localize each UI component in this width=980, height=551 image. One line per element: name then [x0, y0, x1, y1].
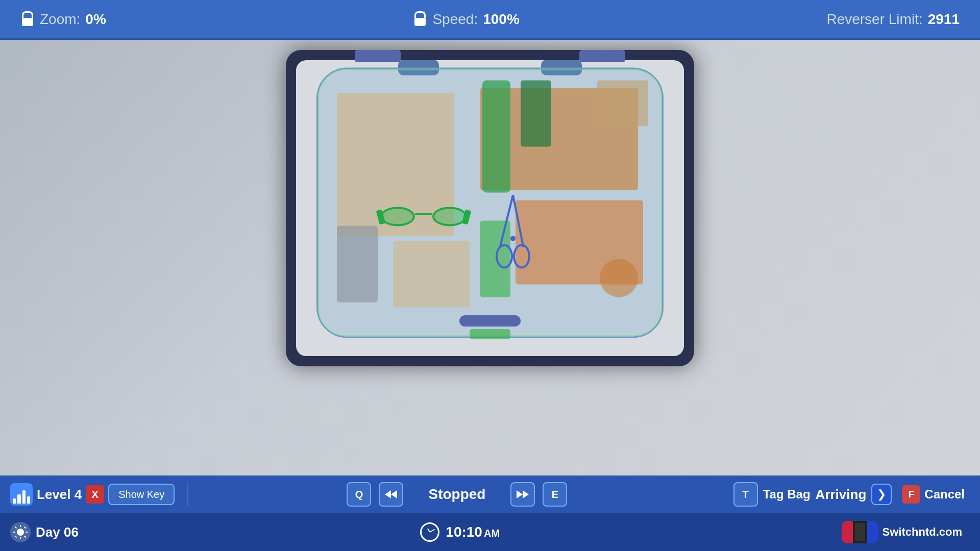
xray-item-green-bottle-tall	[482, 80, 510, 192]
switch-brand-text: Switchntd.com	[883, 525, 962, 539]
switch-left-joycon	[842, 521, 853, 543]
xray-item-dark-green-top	[521, 80, 551, 146]
level-section: Level 4 X Show Key	[0, 475, 185, 513]
scanner-screen	[296, 60, 684, 356]
level-text: Level 4	[37, 487, 82, 503]
svg-point-9	[17, 529, 24, 536]
level-bar-1	[13, 498, 16, 504]
time-value: 10:10	[446, 524, 482, 540]
zoom-lock-icon	[20, 11, 35, 28]
bottom-top-row: Level 4 X Show Key Q Stopped	[0, 475, 980, 513]
xray-item-glasses	[378, 203, 470, 231]
glasses-frame	[378, 203, 470, 231]
xray-scanner-view	[0, 40, 980, 475]
clock-hand-minute	[430, 529, 435, 533]
divider-1	[187, 483, 188, 506]
clock-section: 10:10AM	[79, 522, 842, 542]
show-key-button[interactable]: Show Key	[108, 484, 175, 505]
glasses-bridge	[415, 213, 432, 215]
q-button[interactable]: Q	[347, 482, 371, 507]
conveyor-top-handle-right	[579, 50, 625, 62]
day-section: Day 06	[10, 522, 79, 542]
conveyor-green-item	[470, 329, 510, 339]
level-chart-icon	[10, 483, 33, 506]
tag-bag-section: T Tag Bag	[733, 482, 811, 507]
speed-label: Speed:	[432, 11, 478, 28]
bag-xray-display	[316, 67, 664, 338]
level-bar-4	[27, 496, 30, 504]
clock-icon	[420, 522, 439, 542]
conveyor-top-handle-left	[355, 50, 401, 62]
switch-logo	[842, 521, 878, 543]
glasses-lens-left	[380, 207, 415, 226]
arriving-label: Arriving	[816, 487, 867, 503]
xray-item-orange-circle	[600, 259, 638, 297]
time-display: 10:10AM	[446, 524, 500, 540]
screen-container: Zoom: 0% Speed: 100% Reverser Limit: 291…	[0, 0, 980, 551]
svg-line-15	[24, 536, 26, 538]
reverser-display: Reverser Limit: 2911	[826, 11, 960, 28]
switch-body	[853, 521, 867, 543]
right-controls: T Tag Bag Arriving ❯ F Cancel	[723, 475, 980, 513]
reverser-value: 2911	[928, 11, 960, 28]
speed-value: 100%	[483, 11, 520, 28]
svg-marker-5	[385, 490, 391, 498]
status-text: Stopped	[411, 486, 503, 503]
bottom-bottom-row: Day 06 10:10AM	[0, 513, 980, 551]
day-text: Day 06	[36, 524, 79, 540]
cancel-label: Cancel	[924, 487, 965, 502]
speed-lock-icon	[413, 11, 427, 28]
level-x-button[interactable]: X	[86, 485, 104, 504]
cancel-section: F Cancel	[897, 485, 970, 504]
conveyor-handle-left	[459, 315, 521, 327]
time-period: AM	[484, 528, 500, 539]
scanner-frame	[286, 50, 694, 366]
level-bar-2	[17, 494, 20, 504]
xray-item-tan-top-right	[597, 80, 648, 126]
forward-button[interactable]	[510, 482, 535, 507]
rewind-button[interactable]	[379, 482, 403, 507]
svg-point-4	[510, 236, 516, 241]
t-button[interactable]: T	[733, 482, 758, 507]
e-button[interactable]: E	[543, 482, 567, 507]
zoom-value: 0%	[85, 11, 106, 28]
switch-screen	[855, 523, 865, 541]
xray-item-gray-box	[337, 226, 378, 302]
zoom-display: Zoom: 0%	[20, 11, 106, 28]
svg-marker-6	[391, 490, 397, 498]
svg-line-14	[15, 527, 17, 529]
arriving-section: Arriving ❯	[816, 484, 892, 505]
transport-controls: Q Stopped E	[191, 475, 723, 513]
switch-right-joycon	[867, 521, 878, 543]
tag-bag-label: Tag Bag	[763, 487, 811, 502]
xray-item-scissors	[495, 195, 531, 277]
svg-line-16	[24, 527, 26, 529]
svg-marker-8	[523, 490, 529, 498]
top-bar: Zoom: 0% Speed: 100% Reverser Limit: 291…	[0, 0, 980, 40]
switch-branding: Switchntd.com	[842, 521, 970, 543]
zoom-label: Zoom:	[40, 11, 80, 28]
svg-marker-7	[517, 490, 523, 498]
speed-display: Speed: 100%	[413, 11, 519, 28]
conveyor-bottom	[388, 315, 592, 356]
svg-line-17	[15, 536, 17, 538]
reverser-label: Reverser Limit:	[826, 11, 922, 28]
f-button[interactable]: F	[902, 485, 920, 504]
xray-item-tan-bottom	[393, 241, 470, 307]
sun-icon	[10, 522, 31, 542]
arriving-arrow-button[interactable]: ❯	[871, 484, 892, 505]
svg-point-3	[514, 245, 529, 267]
xray-contents	[327, 78, 653, 322]
level-bar-3	[22, 490, 26, 504]
bottom-bar: Level 4 X Show Key Q Stopped	[0, 475, 980, 551]
glasses-lens-right	[432, 207, 467, 226]
svg-point-2	[497, 245, 512, 267]
